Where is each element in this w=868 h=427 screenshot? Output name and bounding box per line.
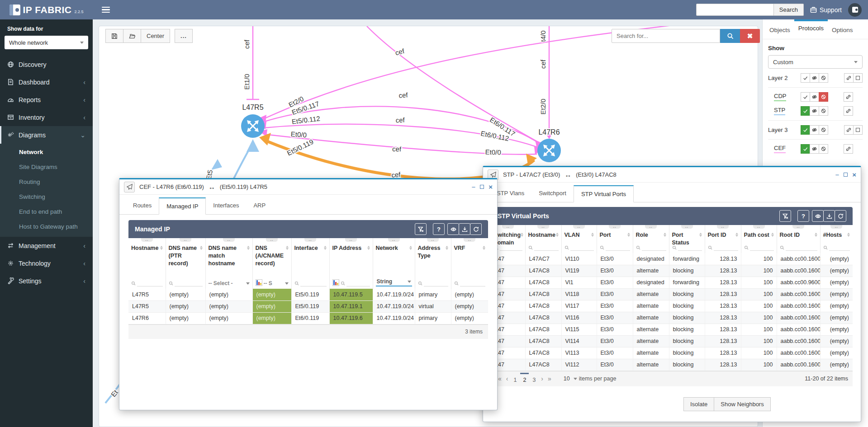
sidebar-item-diagrams[interactable]: Diagrams⌄ (0, 126, 93, 144)
sort-icon[interactable] (735, 231, 738, 237)
column-menu-icon[interactable]: .. (717, 225, 729, 229)
column-filter-input[interactable] (418, 278, 448, 286)
color-filter-icon[interactable] (332, 279, 339, 286)
prev-page-icon[interactable]: ‹ (504, 375, 511, 382)
column-menu-icon[interactable]: .. (502, 225, 514, 229)
sort-icon[interactable] (247, 244, 250, 250)
column-header[interactable]: ..Port Status (669, 225, 705, 253)
view-button[interactable] (447, 223, 459, 235)
more-options-button[interactable]: ... (175, 29, 193, 43)
global-search-input[interactable] (696, 4, 774, 16)
tab-protocols[interactable]: Protocols (794, 19, 828, 39)
layer3-box-button[interactable] (853, 125, 863, 135)
stp-disable-button[interactable] (819, 106, 828, 116)
column-filter-input[interactable] (494, 243, 522, 251)
cdp-show-all-button[interactable] (801, 92, 810, 102)
cdp-hide-button[interactable] (810, 92, 819, 102)
column-header[interactable]: ..Hostname (128, 238, 166, 289)
cef-dialog-header[interactable]: CEF - L47R6 (Et6/0.119) ↔ (Et5/0.119) L4… (119, 179, 497, 195)
minimize-button[interactable]: − (835, 173, 839, 177)
save-diagram-button[interactable] (105, 29, 123, 43)
page-2[interactable]: 2 (520, 373, 529, 385)
detach-button[interactable] (124, 182, 135, 192)
cef-disable-button[interactable] (819, 144, 828, 154)
column-filter-input[interactable] (708, 243, 738, 251)
edge-cef-cross[interactable] (367, 26, 538, 142)
column-filter-input[interactable] (823, 243, 850, 251)
page-3[interactable]: 3 (530, 373, 538, 385)
table-row[interactable]: L47L47AC7Vl110Et3/0designatedforwarding1… (491, 253, 853, 265)
isolate-button[interactable]: Isolate (683, 397, 714, 411)
open-diagram-button[interactable] (123, 29, 141, 43)
tab-routes[interactable]: Routes (126, 197, 159, 214)
sort-icon[interactable] (200, 244, 203, 250)
table-row[interactable]: L47L47AC8Vl115Et3/0alternateblocking128.… (491, 324, 853, 335)
center-button[interactable]: Center (141, 29, 170, 43)
cef-show-all-button[interactable] (801, 144, 810, 154)
column-filter-input[interactable] (131, 278, 163, 286)
sort-icon[interactable] (286, 244, 289, 250)
column-menu-icon[interactable]: .. (464, 238, 475, 242)
sidebar-item-discovery[interactable]: Discovery (0, 56, 93, 73)
maximize-button[interactable] (480, 185, 484, 189)
clear-filters-button[interactable] (779, 210, 791, 222)
sort-icon[interactable] (409, 244, 412, 250)
sidebar-item-host-to-gateway-path[interactable]: Host to Gateway path (0, 219, 93, 234)
column-header[interactable]: ..#Hosts (820, 225, 853, 253)
layer2-disable-button[interactable] (819, 73, 828, 83)
tab-options[interactable]: Options (828, 19, 857, 39)
column-header[interactable]: ..Address Type (415, 238, 451, 289)
column-header[interactable]: ..VLAN (561, 225, 597, 253)
stp-show-all-button[interactable] (801, 106, 810, 116)
layer3-hide-button[interactable] (810, 125, 819, 135)
color-filter-icon[interactable] (256, 279, 262, 286)
sidebar-item-dashboard[interactable]: Dashboard‹ (0, 73, 93, 91)
column-filter-input[interactable] (294, 278, 327, 286)
layer3-show-all-button[interactable] (801, 125, 810, 135)
table-row[interactable]: L47L47AC8Vl118Et3/0alternateblocking128.… (491, 288, 853, 300)
column-menu-icon[interactable]: .. (180, 238, 191, 242)
help-button[interactable]: ? (433, 223, 445, 235)
menu-toggle-icon[interactable] (102, 5, 110, 14)
column-menu-icon[interactable]: .. (427, 238, 439, 242)
column-menu-icon[interactable]: .. (223, 238, 235, 242)
network-scope-select[interactable]: Whole network (5, 36, 88, 49)
column-header[interactable]: ..Path cost (741, 225, 777, 253)
column-header[interactable]: ..DNS name match hostname-- Select - (205, 238, 252, 289)
sort-icon[interactable] (324, 244, 327, 250)
sort-icon[interactable] (699, 231, 702, 237)
table-row[interactable]: L47R6(empty)(empty)(empty)Et6/0.11910.47… (128, 312, 488, 324)
sidebar-item-site-diagrams[interactable]: Site Diagrams (0, 160, 93, 174)
items-per-page-select[interactable]: 10 (564, 375, 577, 382)
layer2-show-all-button[interactable] (801, 73, 810, 83)
cdp-disable-button[interactable] (819, 92, 828, 102)
column-header[interactable]: ..VRF (451, 238, 488, 289)
page-1[interactable]: 1 (511, 373, 519, 385)
column-menu-icon[interactable]: .. (388, 238, 400, 242)
sidebar-item-reports[interactable]: Reports‹ (0, 91, 93, 108)
table-row[interactable]: L47L47AC8Vl1Et3/0designatedforwarding128… (491, 277, 853, 288)
cef-hide-button[interactable] (810, 144, 819, 154)
sort-icon[interactable] (160, 244, 163, 250)
layer3-disable-button[interactable] (819, 125, 828, 135)
minimize-button[interactable]: − (471, 185, 475, 189)
column-filter-select[interactable]: -- Select - (209, 278, 250, 286)
next-page-icon[interactable]: › (539, 375, 545, 382)
column-header[interactable]: ..DNS name (PTR record) (166, 238, 205, 289)
refresh-button[interactable] (835, 210, 846, 222)
column-header[interactable]: ..Root ID (777, 225, 820, 253)
table-row[interactable]: L47R5(empty)(empty)(empty)Et5/0.11910.47… (128, 289, 488, 300)
stp-links-button[interactable] (844, 106, 853, 116)
column-filter-input[interactable] (528, 243, 559, 251)
column-filter-input[interactable] (564, 243, 594, 251)
node-l47r6[interactable] (537, 139, 561, 162)
column-filter-input[interactable] (169, 278, 203, 286)
column-filter-input[interactable] (332, 278, 370, 286)
table-row[interactable]: L47L47AC8Vl114Et3/0alternateblocking128.… (491, 335, 853, 347)
sidebar-item-management[interactable]: Management‹ (0, 237, 93, 254)
column-menu-icon[interactable]: .. (645, 225, 657, 229)
maximize-button[interactable] (844, 173, 848, 177)
sidebar-item-technology[interactable]: Technology‹ (0, 254, 93, 272)
close-button[interactable]: × (489, 183, 493, 191)
sort-icon[interactable] (815, 231, 817, 237)
